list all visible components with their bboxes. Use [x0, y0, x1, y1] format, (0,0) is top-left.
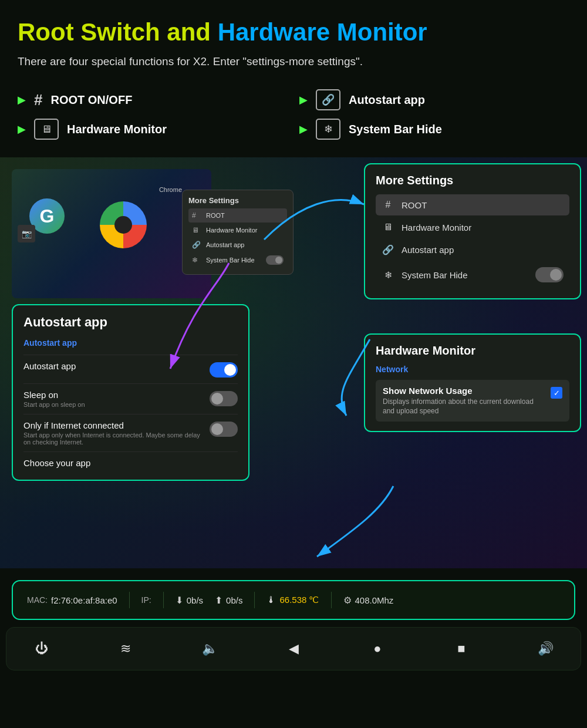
autostart-row-0-text: Autostart app [23, 361, 203, 371]
title-and: and [167, 18, 217, 46]
autostart-toggle-1[interactable] [210, 391, 238, 406]
hardware-row-label: Hardware Monitor [402, 223, 564, 232]
autostart-card: Autostart app Autostart app Autostart ap… [12, 304, 249, 481]
settings-row-autostart[interactable]: 🔗 Autostart app [376, 239, 569, 261]
chrome-icon [100, 201, 147, 248]
systembar-row-label: System Bar Hide [402, 270, 528, 280]
content-area: G Chrome 📷 More Settings # ROOT 🖥 Hardwa… [0, 157, 587, 568]
hardware-monitor-card-title: Hardware Monitor [376, 344, 569, 358]
more-settings-small-popup: More Settings # ROOT 🖥 Hardware Monitor … [182, 190, 294, 275]
divider-4 [331, 592, 332, 608]
autostart-row-0[interactable]: Autostart app [23, 355, 238, 383]
autostart-row-2-text: Only if Internet connected Start app onl… [23, 420, 203, 446]
status-bar: MAC: f2:76:0e:af:8a:e0 IP: ⬇ 0b/s ⬆ 0b/s… [12, 580, 575, 620]
title-hardware-monitor: Hardware Monitor [218, 18, 427, 46]
autostart-icon: 🔗 [316, 89, 340, 110]
autostart-toggle-2[interactable] [210, 422, 238, 437]
autostart-row-1-text: Sleep on Start app on sleep on [23, 390, 203, 408]
settings-row-root[interactable]: # ROOT [376, 194, 569, 215]
title-root-switch: Root Switch [18, 18, 160, 46]
feature-label-systembar: System Bar Hide [349, 123, 442, 136]
autostart-row-2-title: Only if Internet connected [23, 420, 203, 430]
small-row-hardware-label: Hardware Monitor [206, 227, 284, 234]
upload-status: ⬆ 0b/s [215, 595, 242, 606]
download-icon: ⬇ [176, 595, 183, 606]
arrow-icon-systembar: ▶ [299, 123, 308, 136]
page-title: Root Switch and Hardware Monitor [18, 19, 569, 46]
status-bar-wrapper: MAC: f2:76:0e:af:8a:e0 IP: ⬇ 0b/s ⬆ 0b/s… [0, 568, 587, 620]
feature-list: ▶ # ROOT ON/OFF ▶ 🔗 Autostart app ▶ 🖥 Ha… [0, 89, 587, 151]
volume-down-button[interactable]: 🔈 [198, 637, 221, 660]
systembar-small-toggle[interactable] [266, 255, 284, 265]
settings-row-hardware[interactable]: 🖥 Hardware Monitor [376, 217, 569, 238]
autostart-small-icon: 🔗 [192, 241, 201, 249]
volume-up-button[interactable]: 🔊 [534, 637, 557, 660]
hardware-small-icon: 🖥 [192, 226, 201, 234]
hardware-monitor-card: Hardware Monitor Network Show Network Us… [364, 333, 581, 432]
page-header: Root Switch and Hardware Monitor There a… [0, 0, 587, 89]
arrow-icon-hardware: ▶ [18, 123, 26, 136]
feature-root: ▶ # ROOT ON/OFF [18, 89, 288, 110]
small-row-systembar: ❄ System Bar Hide [188, 252, 287, 268]
freq-status: ⚙ 408.0Mhz [343, 595, 394, 606]
network-row-content: Show Network Usage Displays information … [383, 386, 544, 416]
home-button[interactable]: ● [366, 637, 389, 660]
feature-label-hardware: Hardware Monitor [67, 123, 167, 136]
more-settings-title: More Settings [376, 174, 569, 187]
screen-mockup: G Chrome 📷 [12, 169, 211, 298]
divider-3 [254, 592, 255, 608]
systembar-icon: ❄ [316, 119, 340, 140]
more-settings-card: More Settings # ROOT 🖥 Hardware Monitor … [364, 163, 581, 299]
stop-button[interactable]: ■ [450, 637, 473, 660]
arrow-icon-root: ▶ [18, 93, 26, 106]
autostart-row-2[interactable]: Only if Internet connected Start app onl… [23, 414, 238, 451]
mac-status: MAC: f2:76:0e:af:8a:e0 [27, 595, 117, 605]
autostart-section-label: Autostart app [23, 338, 238, 348]
small-row-root: # ROOT [188, 208, 287, 223]
autostart-card-title: Autostart app [23, 315, 238, 330]
autostart-toggle-0[interactable] [210, 362, 238, 378]
hash-icon: # [34, 91, 42, 109]
network-checkbox[interactable]: ✓ [551, 387, 562, 399]
download-status: ⬇ 0b/s [176, 595, 203, 606]
feature-label-autostart: Autostart app [349, 93, 425, 107]
mac-value: f2:76:0e:af:8a:e0 [51, 595, 117, 605]
temp-icon: 🌡 [266, 595, 276, 605]
network-section-label: Network [376, 365, 569, 374]
upload-icon: ⬆ [215, 595, 222, 606]
small-row-autostart: 🔗 Autostart app [188, 238, 287, 252]
autostart-row-0-title: Autostart app [23, 361, 203, 371]
autostart-row-2-desc: Start app only when Internet is connecte… [23, 432, 203, 446]
autostart-row-1-desc: Start app on sleep on [23, 401, 203, 408]
temp-value: 66.538 ℃ [279, 595, 319, 605]
small-popup-title: More Settings [188, 196, 287, 205]
systembar-toggle[interactable] [535, 267, 564, 282]
systembar-row-icon: ❄ [382, 269, 394, 281]
systembar-small-icon: ❄ [192, 256, 201, 264]
back-button[interactable]: ◀ [282, 637, 305, 660]
autostart-row-label: Autostart app [402, 245, 564, 255]
menu-button[interactable]: ≋ [114, 637, 137, 660]
feature-hardware: ▶ 🖥 Hardware Monitor [18, 119, 288, 140]
hardware-row-icon: 🖥 [382, 222, 394, 232]
autostart-row-icon: 🔗 [382, 244, 394, 255]
network-usage-row[interactable]: Show Network Usage Displays information … [376, 380, 569, 422]
arrow-icon-autostart: ▶ [299, 93, 308, 106]
feature-autostart: ▶ 🔗 Autostart app [299, 89, 569, 110]
hash-small-icon: # [192, 211, 201, 220]
network-row-desc: Displays information about the current d… [383, 397, 544, 416]
feature-systembar: ▶ ❄ System Bar Hide [299, 119, 569, 140]
mac-label: MAC: [27, 595, 48, 605]
ip-status: IP: [141, 595, 151, 605]
settings-row-systembar[interactable]: ❄ System Bar Hide [376, 262, 569, 288]
download-value: 0b/s [187, 595, 203, 605]
feature-label-root: ROOT ON/OFF [50, 93, 132, 107]
subtitle: There are four special functions for X2.… [18, 55, 569, 68]
autostart-row-1-title: Sleep on [23, 390, 203, 400]
upload-value: 0b/s [226, 595, 242, 605]
small-row-root-label: ROOT [206, 212, 284, 219]
power-button[interactable]: ⏻ [30, 637, 53, 660]
control-bar: ⏻ ≋ 🔈 ◀ ● ■ 🔊 [6, 627, 581, 670]
ip-label: IP: [141, 595, 151, 605]
autostart-row-1[interactable]: Sleep on Start app on sleep on [23, 383, 238, 414]
